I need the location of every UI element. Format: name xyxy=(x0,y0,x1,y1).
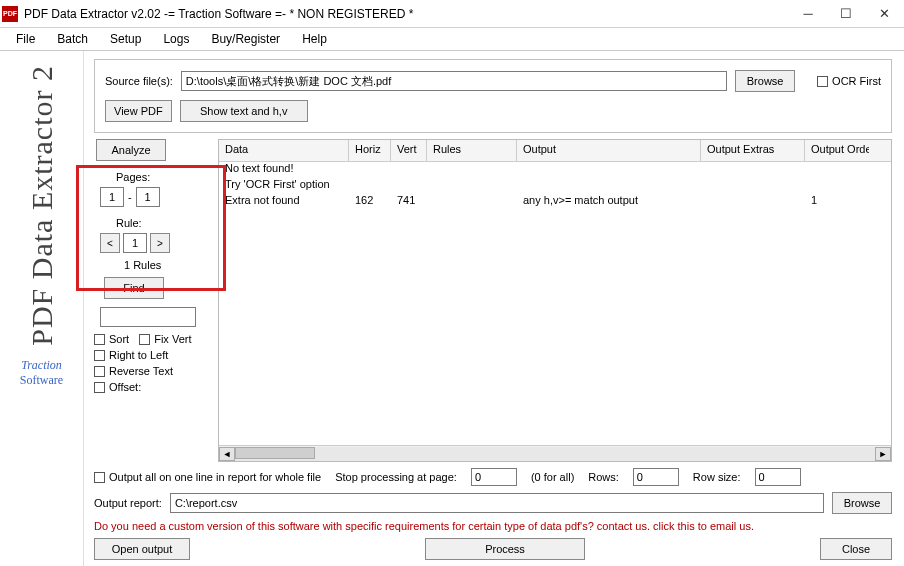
th-data[interactable]: Data xyxy=(219,140,349,161)
source-label: Source file(s): xyxy=(105,75,173,87)
th-rules[interactable]: Rules xyxy=(427,140,517,161)
offset-checkbox[interactable] xyxy=(94,382,105,393)
promo-link[interactable]: Do you need a custom version of this sof… xyxy=(94,520,892,532)
analyze-button[interactable]: Analyze xyxy=(96,139,166,161)
close-button[interactable]: ✕ xyxy=(866,2,902,26)
horizontal-scrollbar[interactable]: ◄ ► xyxy=(219,445,891,461)
close-app-button[interactable]: Close xyxy=(820,538,892,560)
left-controls: Analyze Pages: - Rule: < > 1 Rules Find xyxy=(94,139,210,462)
menubar: File Batch Setup Logs Buy/Register Help xyxy=(0,28,904,50)
scroll-thumb[interactable] xyxy=(235,447,315,459)
rules-count: 1 Rules xyxy=(124,259,210,271)
page-to-input[interactable] xyxy=(136,187,160,207)
brand-sidebar: PDF Data Extractor 2 Traction Software xyxy=(0,51,84,566)
fixvert-checkbox[interactable] xyxy=(139,334,150,345)
process-button[interactable]: Process xyxy=(425,538,585,560)
th-output[interactable]: Output xyxy=(517,140,701,161)
page-from-input[interactable] xyxy=(100,187,124,207)
th-vert[interactable]: Vert xyxy=(391,140,427,161)
pages-label: Pages: xyxy=(116,171,210,183)
maximize-button[interactable]: ☐ xyxy=(828,2,864,26)
ocr-first-label: OCR First xyxy=(832,75,881,87)
rule-number-input[interactable] xyxy=(123,233,147,253)
output-report-input[interactable] xyxy=(170,493,824,513)
stop-page-input[interactable] xyxy=(471,468,517,486)
find-button[interactable]: Find xyxy=(104,277,164,299)
rows-input[interactable] xyxy=(633,468,679,486)
ocr-first-checkbox[interactable] xyxy=(817,76,828,87)
data-table: Data Horiz Vert Rules Output Output Extr… xyxy=(218,139,892,462)
browse-source-button[interactable]: Browse xyxy=(735,70,795,92)
table-header: Data Horiz Vert Rules Output Output Extr… xyxy=(219,140,891,162)
rule-prev-button[interactable]: < xyxy=(100,233,120,253)
menu-file[interactable]: File xyxy=(6,30,45,48)
source-path-input[interactable] xyxy=(181,71,727,91)
open-output-button[interactable]: Open output xyxy=(94,538,190,560)
source-panel: Source file(s): Browse OCR First View PD… xyxy=(94,59,892,133)
rule-label: Rule: xyxy=(116,217,210,229)
scroll-left-icon[interactable]: ◄ xyxy=(219,447,235,461)
minimize-button[interactable]: ─ xyxy=(790,2,826,26)
window-title: PDF Data Extractor v2.02 -= Traction Sof… xyxy=(24,7,790,21)
rule-next-button[interactable]: > xyxy=(150,233,170,253)
output-all-checkbox[interactable] xyxy=(94,472,105,483)
view-pdf-button[interactable]: View PDF xyxy=(105,100,172,122)
app-icon: PDF xyxy=(2,6,18,22)
th-extras[interactable]: Output Extras xyxy=(701,140,805,161)
th-order[interactable]: Output Order xyxy=(805,140,869,161)
table-body[interactable]: No text found!Try 'OCR First' optionExtr… xyxy=(219,162,891,445)
titlebar: PDF PDF Data Extractor v2.02 -= Traction… xyxy=(0,0,904,28)
menu-logs[interactable]: Logs xyxy=(153,30,199,48)
brand-logo-text: PDF Data Extractor 2 xyxy=(27,65,57,346)
sort-checkbox[interactable] xyxy=(94,334,105,345)
th-horiz[interactable]: Horiz xyxy=(349,140,391,161)
rowsize-label: Row size: xyxy=(693,471,741,483)
find-input[interactable] xyxy=(100,307,196,327)
rtl-checkbox[interactable] xyxy=(94,350,105,361)
show-text-button[interactable]: Show text and h,v xyxy=(180,100,308,122)
table-row[interactable]: Extra not found162741any h,v>= match out… xyxy=(219,194,891,210)
rows-label: Rows: xyxy=(588,471,619,483)
menu-buy[interactable]: Buy/Register xyxy=(201,30,290,48)
table-row[interactable]: Try 'OCR First' option xyxy=(219,178,891,194)
output-report-label: Output report: xyxy=(94,497,162,509)
menu-setup[interactable]: Setup xyxy=(100,30,151,48)
company-name: Traction Software xyxy=(20,358,63,388)
menu-help[interactable]: Help xyxy=(292,30,337,48)
browse-output-button[interactable]: Browse xyxy=(832,492,892,514)
table-row[interactable]: No text found! xyxy=(219,162,891,178)
stop-label: Stop processing at page: xyxy=(335,471,457,483)
menu-batch[interactable]: Batch xyxy=(47,30,98,48)
rowsize-input[interactable] xyxy=(755,468,801,486)
scroll-right-icon[interactable]: ► xyxy=(875,447,891,461)
reverse-checkbox[interactable] xyxy=(94,366,105,377)
